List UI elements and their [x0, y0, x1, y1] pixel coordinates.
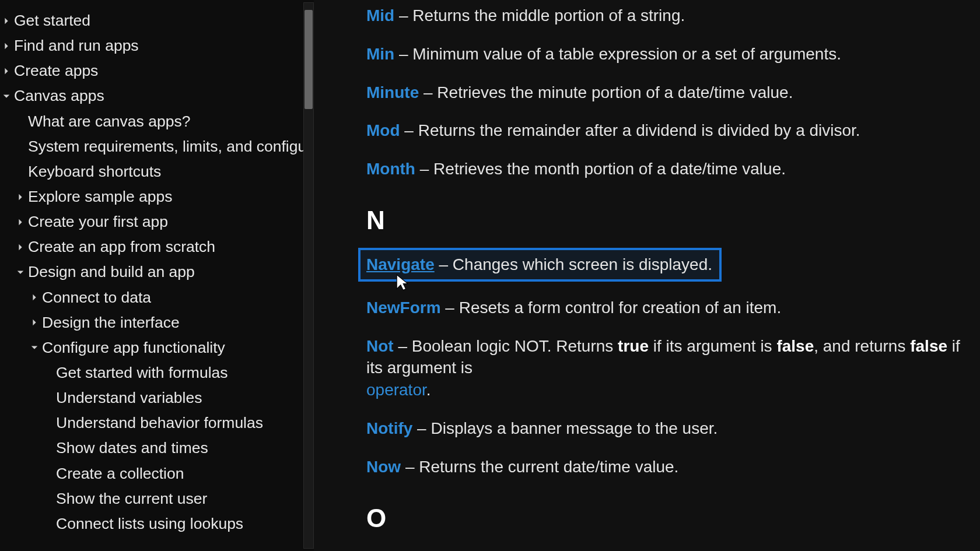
- fn-entry-or: Or – Boolean logic OR. Returns true if a…: [366, 548, 980, 551]
- chevron-right-icon: [16, 243, 24, 251]
- sidebar-item[interactable]: Create apps: [0, 58, 306, 83]
- chevron-right-icon: [16, 218, 24, 226]
- fn-entry-navigate-wrapper: Navigate – Changes which screen is displ…: [366, 248, 980, 282]
- sidebar-item[interactable]: Configure app functionality: [0, 335, 306, 360]
- sidebar-item-label: System requirements, limits, and configu…: [28, 138, 306, 155]
- chevron-down-icon: [2, 92, 10, 100]
- sidebar-item-label: Keyboard shortcuts: [28, 163, 161, 180]
- chevron-right-icon: [16, 193, 24, 201]
- sidebar-item-label: Connect to data: [42, 289, 151, 306]
- sidebar-item[interactable]: Show dates and times: [0, 436, 306, 461]
- content-pane: Mid – Returns the middle portion of a st…: [314, 0, 980, 551]
- highlight-navigate: Navigate – Changes which screen is displ…: [358, 248, 722, 282]
- fn-link-min[interactable]: Min: [366, 45, 394, 63]
- fn-entry-now: Now – Returns the current date/time valu…: [366, 456, 980, 478]
- fn-entry-month: Month – Retrieves the month portion of a…: [366, 158, 980, 180]
- fn-entry-newform: NewForm – Resets a form control for crea…: [366, 297, 980, 319]
- sidebar-scrollbar-track[interactable]: [303, 2, 314, 549]
- sidebar-item-label: Show dates and times: [56, 440, 208, 457]
- sidebar-item[interactable]: Show the current user: [0, 486, 306, 511]
- fn-link-notify[interactable]: Notify: [366, 419, 412, 437]
- fn-desc: Returns the remainder after a dividend i…: [418, 121, 860, 139]
- sidebar-item[interactable]: Explore sample apps: [0, 184, 306, 209]
- fn-entry-notify: Notify – Displays a banner message to th…: [366, 417, 980, 440]
- sidebar-item-label: Find and run apps: [14, 37, 139, 54]
- fn-entry-mod: Mod – Returns the remainder after a divi…: [366, 120, 980, 142]
- fn-link-now[interactable]: Now: [366, 458, 401, 476]
- fn-entry-minute: Minute – Retrieves the minute portion of…: [366, 82, 980, 104]
- fn-desc: Displays a banner message to the user.: [430, 419, 718, 437]
- sidebar-item-label: Get started with formulas: [56, 364, 228, 381]
- chevron-down-icon: [30, 343, 38, 352]
- sidebar-item-label: What are canvas apps?: [28, 113, 190, 130]
- sidebar-item-label: Design the interface: [42, 314, 180, 331]
- sidebar-item-label: Understand behavior formulas: [56, 415, 263, 431]
- fn-entry-mid: Mid – Returns the middle portion of a st…: [366, 5, 980, 27]
- sidebar-item-label: Create apps: [14, 62, 98, 79]
- fn-link-mid[interactable]: Mid: [366, 6, 394, 24]
- sidebar-item[interactable]: Design and build an app: [0, 259, 306, 285]
- sidebar-item[interactable]: Keyboard shortcuts: [0, 159, 306, 184]
- section-heading-n: N: [366, 206, 980, 235]
- section-heading-o: O: [366, 504, 980, 533]
- sidebar-item-label: Create your first app: [28, 213, 168, 230]
- chevron-right-icon: [2, 42, 10, 50]
- sidebar-item[interactable]: Create your first app: [0, 209, 306, 234]
- fn-desc: Returns the middle portion of a string.: [412, 6, 685, 24]
- fn-desc: Retrieves the minute portion of a date/t…: [437, 83, 793, 101]
- nav-list: Get startedFind and run appsCreate appsC…: [0, 8, 306, 536]
- operator-link[interactable]: operator: [366, 381, 426, 399]
- sidebar-item[interactable]: Get started: [0, 8, 306, 33]
- chevron-right-icon: [30, 318, 38, 327]
- sidebar-item-label: Create a collection: [56, 465, 184, 482]
- sidebar-item-label: Understand variables: [56, 389, 202, 406]
- sidebar-item[interactable]: Connect lists using lookups: [0, 511, 306, 536]
- sidebar-item-label: Create an app from scratch: [28, 238, 215, 255]
- sidebar-item-label: Configure app functionality: [42, 339, 225, 356]
- sidebar-item[interactable]: Create a collection: [0, 461, 306, 486]
- fn-desc: Minimum value of a table expression or a…: [412, 45, 841, 63]
- chevron-right-icon: [30, 293, 38, 301]
- sidebar-item-label: Explore sample apps: [28, 188, 172, 205]
- sidebar-item[interactable]: Understand variables: [0, 385, 306, 410]
- sidebar-scrollbar-thumb[interactable]: [304, 10, 313, 109]
- sidebar-item-label: Design and build an app: [28, 264, 195, 280]
- sidebar-scroll[interactable]: Get startedFind and run appsCreate appsC…: [0, 0, 306, 551]
- fn-entry-not: Not – Boolean logic NOT. Returns true if…: [366, 335, 980, 401]
- chevron-right-icon: [2, 17, 10, 25]
- fn-link-mod[interactable]: Mod: [366, 121, 400, 139]
- sidebar-item[interactable]: Canvas apps: [0, 83, 306, 108]
- fn-desc: Returns the current date/time value.: [419, 458, 678, 476]
- fn-link-minute[interactable]: Minute: [366, 83, 419, 101]
- fn-link-not[interactable]: Not: [366, 337, 394, 355]
- sidebar-item[interactable]: Create an app from scratch: [0, 234, 306, 259]
- fn-link-month[interactable]: Month: [366, 160, 415, 178]
- cursor-icon: [396, 273, 408, 290]
- sidebar-item-label: Show the current user: [56, 490, 207, 507]
- app-root: Get startedFind and run appsCreate appsC…: [0, 0, 980, 551]
- chevron-right-icon: [2, 67, 10, 75]
- sidebar-item[interactable]: Find and run apps: [0, 33, 306, 58]
- fn-entry-min: Min – Minimum value of a table expressio…: [366, 43, 980, 65]
- sidebar-item[interactable]: System requirements, limits, and configu…: [0, 134, 306, 159]
- sidebar-item[interactable]: Understand behavior formulas: [0, 410, 306, 436]
- sidebar-item-label: Canvas apps: [14, 87, 104, 104]
- chevron-down-icon: [16, 268, 24, 276]
- fn-desc: Retrieves the month portion of a date/ti…: [433, 160, 786, 178]
- sidebar-item-label: Connect lists using lookups: [56, 515, 243, 532]
- sidebar-item[interactable]: Get started with formulas: [0, 360, 306, 385]
- fn-link-navigate[interactable]: Navigate: [366, 255, 435, 273]
- fn-desc: Resets a form control for creation of an…: [459, 299, 781, 317]
- fn-link-newform[interactable]: NewForm: [366, 299, 441, 317]
- sidebar-nav: Get startedFind and run appsCreate appsC…: [0, 0, 314, 551]
- sidebar-item[interactable]: What are canvas apps?: [0, 109, 306, 134]
- sidebar-item-label: Get started: [14, 12, 90, 29]
- sidebar-item[interactable]: Design the interface: [0, 310, 306, 335]
- fn-desc: Changes which screen is displayed.: [453, 255, 712, 273]
- sidebar-item[interactable]: Connect to data: [0, 285, 306, 310]
